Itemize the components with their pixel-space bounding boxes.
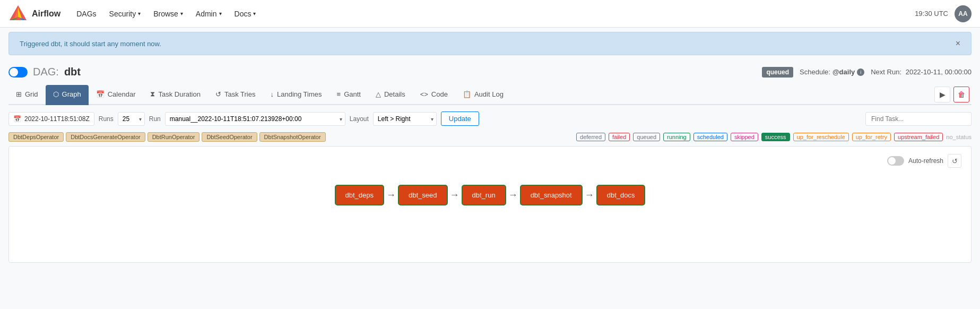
arrow-icon-1: → <box>448 190 462 201</box>
brand[interactable]: Airflow <box>8 4 60 23</box>
calendar-icon: 📅 <box>13 115 21 123</box>
dag-meta: queued Schedule: @daily i Next Run: 2022… <box>762 67 972 78</box>
operator-tag-1[interactable]: DbtDocsGenerateOperator <box>66 132 145 142</box>
task-node-dbt-deps[interactable]: dbt_deps <box>335 185 385 205</box>
navbar-right: 19:30 UTC AA <box>915 5 972 22</box>
status-no-status[interactable]: no_status <box>946 134 972 140</box>
run-select[interactable]: manual__2022-10-11T18:51:07.213928+00:00 <box>165 112 345 126</box>
alert-message: Triggered dbt, it should start any momen… <box>20 40 161 48</box>
chevron-down-icon: ▾ <box>253 11 256 16</box>
auto-refresh-slider-icon <box>887 156 904 166</box>
date-picker[interactable]: 📅 2022-10-11T18:51:08Z <box>8 112 94 126</box>
task-node-dbt-run[interactable]: dbt_run <box>462 185 506 205</box>
tabs-left: ⊞ Grid ⬡ Graph 📅 Calendar ⧗ Task Duratio… <box>8 84 511 104</box>
tab-calendar[interactable]: 📅 Calendar <box>89 85 143 105</box>
dag-title: DAG: dbt <box>8 66 81 78</box>
nav-dags[interactable]: DAGs <box>71 6 101 21</box>
refresh-button[interactable]: ↺ <box>948 154 961 168</box>
play-button[interactable]: ▶ <box>934 87 950 102</box>
dag-name: dbt <box>64 66 81 78</box>
tab-grid[interactable]: ⊞ Grid <box>8 85 46 105</box>
task-node-dbt-seed[interactable]: dbt_seed <box>398 185 448 205</box>
dag-prefix: DAG: <box>33 66 59 78</box>
tab-graph[interactable]: ⬡ Graph <box>46 85 89 105</box>
operator-tags-left: DbtDepsOperator DbtDocsGenerateOperator … <box>8 132 326 142</box>
status-failed[interactable]: failed <box>609 133 630 141</box>
grid-icon: ⊞ <box>16 90 22 98</box>
airflow-logo-icon <box>8 4 28 23</box>
status-up-for-reschedule[interactable]: up_for_reschedule <box>793 133 849 141</box>
operator-tag-0[interactable]: DbtDepsOperator <box>8 132 64 142</box>
tab-landing-times[interactable]: ↓ Landing Times <box>263 85 329 105</box>
date-value: 2022-10-11T18:51:08Z <box>24 115 90 123</box>
runs-label: Runs <box>99 115 114 123</box>
tab-audit-log[interactable]: 📋 Audit Log <box>455 85 511 105</box>
audit-log-icon: 📋 <box>463 90 471 98</box>
operator-tag-3[interactable]: DbtSeedOperator <box>202 132 257 142</box>
nav-security[interactable]: Security ▾ <box>104 6 146 21</box>
nav-docs[interactable]: Docs ▾ <box>229 6 262 21</box>
status-up-for-retry[interactable]: up_for_retry <box>852 133 891 141</box>
nav-browse[interactable]: Browse ▾ <box>148 6 188 21</box>
status-scheduled[interactable]: scheduled <box>693 133 727 141</box>
operator-tag-4[interactable]: DbtSnapshotOperator <box>259 132 326 142</box>
alert-banner: Triggered dbt, it should start any momen… <box>8 32 972 55</box>
run-label: Run <box>149 115 161 123</box>
runs-select[interactable]: 25 50 100 <box>118 112 145 126</box>
status-skipped[interactable]: skipped <box>731 133 758 141</box>
tab-task-tries[interactable]: ↺ Task Tries <box>208 85 263 105</box>
update-button[interactable]: Update <box>441 111 479 126</box>
time-display[interactable]: 19:30 UTC <box>915 10 948 18</box>
status-queued[interactable]: queued <box>633 133 660 141</box>
page-content: DAG: dbt queued Schedule: @daily i Next … <box>0 59 980 269</box>
tab-code[interactable]: <> Code <box>413 85 455 105</box>
tab-task-duration[interactable]: ⧗ Task Duration <box>143 84 207 105</box>
dag-header: DAG: dbt queued Schedule: @daily i Next … <box>8 66 972 78</box>
navbar: Airflow DAGs Security ▾ Browse ▾ Admin ▾… <box>0 0 980 28</box>
task-node-dbt-docs[interactable]: dbt_docs <box>596 185 646 205</box>
brand-name: Airflow <box>32 9 60 19</box>
operator-tag-2[interactable]: DbtRunOperator <box>148 132 200 142</box>
landing-times-icon: ↓ <box>270 90 274 98</box>
run-select-wrapper: manual__2022-10-11T18:51:07.213928+00:00 <box>165 112 345 126</box>
task-tries-icon: ↺ <box>215 90 221 98</box>
code-icon: <> <box>420 90 428 98</box>
auto-refresh-toggle[interactable] <box>887 156 904 166</box>
dag-toggle[interactable] <box>8 67 28 78</box>
arrow-icon-2: → <box>506 190 520 201</box>
status-running[interactable]: running <box>663 133 690 141</box>
nav-links: DAGs Security ▾ Browse ▾ Admin ▾ Docs ▾ <box>71 6 904 21</box>
delete-button[interactable]: 🗑 <box>953 87 969 102</box>
status-upstream-failed[interactable]: upstream_failed <box>894 133 943 141</box>
chevron-down-icon: ▾ <box>180 11 183 16</box>
find-task-input[interactable] <box>865 112 972 126</box>
flow-diagram: dbt_deps → dbt_seed → dbt_run → dbt_snap… <box>14 174 966 216</box>
operator-tags-row: DbtDepsOperator DbtDocsGenerateOperator … <box>8 132 972 142</box>
auto-refresh-bar: Auto-refresh ↺ <box>14 152 966 170</box>
tabs-bar: ⊞ Grid ⬡ Graph 📅 Calendar ⧗ Task Duratio… <box>8 84 972 105</box>
tab-details[interactable]: △ Details <box>368 85 413 105</box>
gantt-icon: ≡ <box>337 90 341 98</box>
calendar-icon: 📅 <box>96 90 105 98</box>
layout-select[interactable]: Left > Right Top > Bottom <box>373 112 437 126</box>
arrow-icon-3: → <box>583 190 596 201</box>
layout-select-wrapper: Left > Right Top > Bottom <box>373 112 437 126</box>
nav-admin[interactable]: Admin ▾ <box>190 6 227 21</box>
status-badge: queued <box>762 67 793 78</box>
graph-icon: ⬡ <box>53 90 59 98</box>
runs-select-wrapper: 25 50 100 <box>118 112 145 126</box>
toggle-slider-icon <box>8 67 28 78</box>
tab-gantt[interactable]: ≡ Gantt <box>329 85 368 105</box>
status-legend: deferred failed queued running scheduled… <box>576 133 972 141</box>
schedule-info: Schedule: @daily i <box>800 68 864 76</box>
status-deferred[interactable]: deferred <box>576 133 605 141</box>
next-run: Next Run: 2022-10-11, 00:00:00 <box>871 68 972 76</box>
tabs-right: ▶ 🗑 <box>934 87 972 102</box>
task-node-dbt-snapshot[interactable]: dbt_snapshot <box>520 185 583 205</box>
task-duration-icon: ⧗ <box>150 90 155 98</box>
user-avatar[interactable]: AA <box>955 5 972 22</box>
chevron-down-icon: ▾ <box>219 11 222 16</box>
info-icon[interactable]: i <box>857 68 864 76</box>
alert-close-button[interactable]: × <box>956 39 960 48</box>
status-success[interactable]: success <box>761 133 790 141</box>
